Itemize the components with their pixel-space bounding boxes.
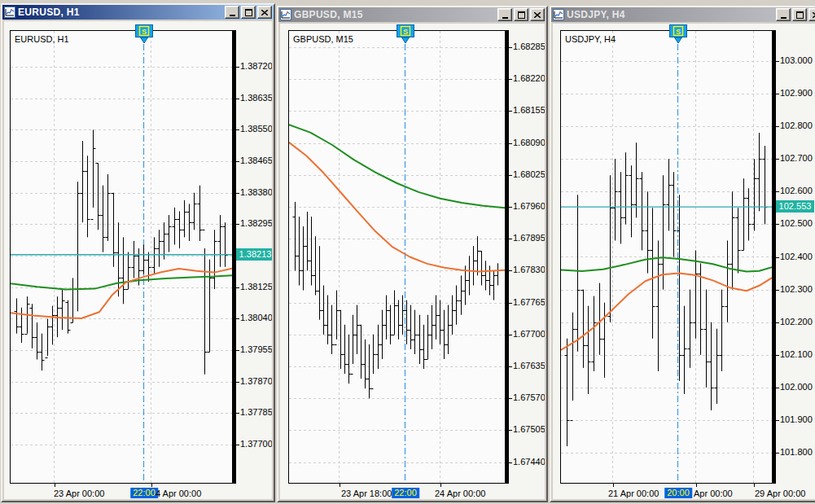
time-tick [55, 484, 55, 487]
s-marker-icon: S [135, 24, 153, 44]
time-axis-label: Apr 00:00 [694, 489, 733, 498]
price-tick [509, 207, 512, 208]
ma-orange-line [11, 269, 232, 318]
grid-layer [11, 31, 232, 483]
maximize-button[interactable] [514, 8, 528, 21]
price-axis-label: 1.38040 [240, 313, 272, 323]
svg-text:S: S [142, 28, 147, 36]
price-tick [509, 47, 512, 48]
chart-icon [280, 9, 291, 20]
window-titlebar[interactable]: USDJPY, H4 [551, 7, 815, 22]
price-tick [776, 94, 779, 94]
price-axis-label: 102.200 [780, 317, 813, 327]
time-axis-label: 23 Apr 00:00 [54, 489, 104, 498]
price-tick [509, 239, 512, 239]
price-tick [776, 126, 779, 127]
chart-canvas [561, 31, 772, 483]
price-tick [236, 287, 239, 288]
price-axis-label: 1.67765 [513, 297, 545, 308]
price-axis-label: 1.38720 [240, 61, 272, 72]
chart-symbol-label: GBPUSD, M15 [293, 34, 353, 44]
chart-canvas [289, 31, 505, 483]
chart-plot-area[interactable] [288, 30, 506, 484]
grid-layer [561, 31, 772, 483]
s-marker-flag[interactable]: S [669, 24, 687, 44]
price-tick [236, 129, 239, 130]
time-axis-label: 4 Apr 00:00 [156, 489, 201, 498]
price-axis-label: 1.67635 [513, 361, 545, 371]
maximize-button[interactable] [241, 6, 256, 19]
price-axis-label: 1.38635 [240, 93, 272, 103]
price-axis-label: 102.500 [780, 218, 813, 229]
close-button[interactable] [257, 6, 272, 19]
minimize-icon [502, 17, 508, 19]
window-controls [776, 8, 815, 21]
price-tick [776, 388, 779, 388]
chart-icon [4, 7, 15, 18]
price-axis-label: 1.38380 [240, 187, 272, 198]
price-tick [509, 175, 512, 176]
chart-symbol-label: USDJPY, H4 [565, 34, 616, 44]
s-marker-flag[interactable]: S [135, 24, 153, 44]
price-tick [509, 366, 512, 367]
price-axis-label: 102.100 [780, 349, 813, 360]
time-tick [440, 484, 441, 487]
current-price-badge: 1.38213 [236, 248, 272, 261]
price-axis-label: 102.800 [780, 121, 813, 131]
price-tick [776, 191, 779, 192]
price-tick [509, 143, 512, 144]
window-titlebar[interactable]: EURUSD, H1 [2, 5, 274, 20]
price-tick [776, 224, 779, 225]
maximize-icon [245, 9, 252, 16]
maximize-button[interactable] [792, 8, 807, 21]
minimize-button[interactable] [497, 8, 512, 21]
time-tick [340, 484, 340, 487]
chart-window-usdjpy: USDJPY, H4 USDJPY, H4 103.000102.900102.… [550, 6, 815, 502]
time-axis-highlight: 22:00 [130, 488, 158, 498]
price-axis-label: 1.68220 [513, 73, 545, 84]
price-axis-label: 102.300 [780, 284, 813, 295]
minimize-icon [781, 17, 787, 19]
price-tick [509, 398, 512, 399]
chart-client-area: GBPUSD, M15 1.682851.682201.681551.68090… [280, 24, 545, 499]
price-tick [509, 111, 512, 112]
price-tick [236, 350, 239, 351]
close-button[interactable] [808, 8, 815, 21]
price-tick [236, 161, 239, 162]
minimize-button[interactable] [776, 8, 791, 21]
window-titlebar[interactable]: GBPUSD, M15 [278, 7, 546, 22]
ma-green-line [289, 125, 505, 208]
price-axis-label: 1.38295 [240, 218, 272, 229]
s-marker-icon: S [397, 24, 414, 44]
chart-icon [553, 9, 564, 20]
time-axis-highlight: 20:00 [664, 488, 692, 498]
mdi-workspace: EURUSD, H1 EURUSD, H1 1.387201.386351.38… [0, 0, 815, 504]
maximize-icon [518, 11, 525, 19]
price-axis-label: 1.68155 [513, 105, 545, 116]
maximize-icon [796, 11, 804, 19]
price-axis-label: 1.37955 [240, 344, 272, 355]
close-button[interactable] [530, 8, 545, 21]
current-price-badge: 102.553 [776, 200, 814, 213]
time-tick [613, 484, 614, 487]
chart-symbol-label: EURUSD, H1 [15, 34, 69, 44]
minimize-button[interactable] [225, 6, 239, 19]
price-axis-label: 103.000 [780, 55, 813, 66]
time-axis-label: 21 Apr 00:00 [608, 489, 659, 498]
price-axis-label: 1.68025 [513, 169, 545, 180]
chart-plot-area[interactable] [10, 30, 233, 484]
price-axis-label: 1.67895 [513, 233, 545, 243]
price-axis-label: 1.38125 [240, 282, 272, 292]
time-axis-label: 29 Apr 00:00 [755, 489, 805, 498]
price-axis-label: 101.900 [780, 414, 813, 425]
ma-orange-line [561, 274, 772, 350]
price-axis-label: 1.67505 [513, 424, 545, 435]
window-title: EURUSD, H1 [18, 7, 222, 18]
s-marker-icon: S [669, 24, 687, 44]
s-marker-flag[interactable]: S [397, 24, 414, 44]
chart-plot-area[interactable] [560, 30, 773, 484]
price-tick [509, 430, 512, 431]
close-icon [261, 10, 268, 15]
chart-client-area: EURUSD, H1 1.387201.386351.385501.384651… [4, 21, 272, 499]
price-axis-label: 1.37870 [240, 376, 272, 387]
